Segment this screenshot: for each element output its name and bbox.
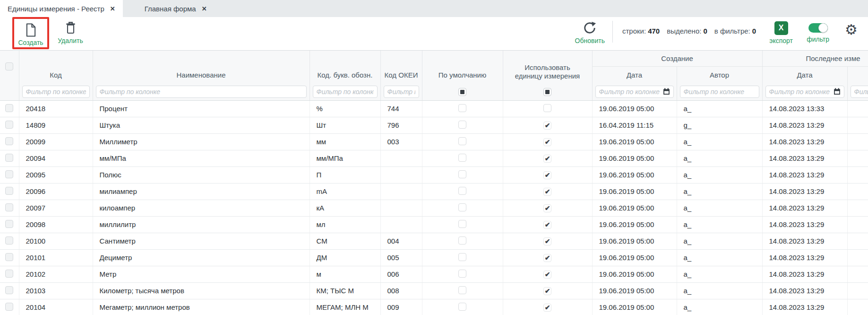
table-row[interactable]: 20098миллилитрмл✔19.06.2019 05:00a_14.08…: [0, 216, 868, 233]
table-row[interactable]: 20094мм/МПамм/МПа✔19.06.2019 05:00a_14.0…: [0, 150, 868, 166]
table-row[interactable]: 20101ДециметрДМ005✔19.06.2019 05:00a_14.…: [0, 249, 868, 266]
use-unit-checkbox-checked[interactable]: ✔: [543, 254, 551, 262]
row-checkbox[interactable]: [5, 121, 13, 129]
use-unit-checkbox-checked[interactable]: ✔: [543, 287, 551, 295]
use-unit-checkbox-checked[interactable]: ✔: [543, 237, 551, 245]
filter-input-name[interactable]: [100, 88, 303, 96]
cell-letter-code: mA: [309, 183, 380, 200]
row-checkbox[interactable]: [5, 203, 13, 211]
row-select-cell: [0, 183, 19, 200]
default-checkbox-unchecked[interactable]: [458, 154, 466, 162]
table-row[interactable]: 20104Мегаметр; миллион метровМЕГАМ; МЛН …: [0, 299, 868, 315]
default-checkbox-unchecked[interactable]: [458, 253, 466, 261]
column-header-code[interactable]: Код: [19, 51, 93, 83]
use-unit-checkbox-checked[interactable]: ✔: [543, 204, 551, 212]
table-row[interactable]: 20103Километр; тысяча метровКМ; ТЫС М008…: [0, 282, 868, 299]
column-header-changed-date[interactable]: Дата: [762, 66, 847, 83]
row-checkbox[interactable]: [5, 303, 13, 311]
filter-cell-changed-author: [847, 83, 868, 100]
table-row[interactable]: 20100СантиметрСМ004✔19.06.2019 05:00a_14…: [0, 233, 868, 249]
filter-input-created-date[interactable]: [599, 88, 661, 96]
row-checkbox[interactable]: [5, 270, 13, 278]
row-checkbox[interactable]: [5, 104, 13, 112]
filter-toggle[interactable]: фильтр: [803, 17, 833, 43]
column-header-use-unit[interactable]: Использовать единицу измерения: [503, 51, 592, 83]
filter-input-okei[interactable]: [387, 88, 415, 96]
column-header-changed-author[interactable]: [847, 66, 868, 83]
column-header-created-date[interactable]: Дата: [592, 66, 677, 83]
tab-main-form[interactable]: Главная форма ✕: [137, 0, 215, 17]
cell-changed-date: 14.08.2023 13:29: [762, 117, 847, 133]
default-checkbox-unchecked[interactable]: [458, 170, 466, 178]
toggle-on-icon[interactable]: [808, 23, 828, 33]
row-checkbox[interactable]: [5, 137, 13, 145]
cell-created-date: 19.06.2019 05:00: [592, 282, 677, 299]
default-checkbox-unchecked[interactable]: [458, 203, 466, 211]
column-header-created-author[interactable]: Автор: [677, 66, 762, 83]
cell-changed-author: [847, 133, 868, 150]
row-checkbox[interactable]: [5, 253, 13, 261]
use-unit-checkbox-unchecked[interactable]: [543, 104, 551, 112]
use-unit-checkbox-checked[interactable]: ✔: [543, 122, 551, 130]
filter-input-letter-code[interactable]: [317, 88, 374, 96]
cell-default: [422, 166, 503, 183]
column-header-letter-code[interactable]: Код. букв. обозн.: [309, 51, 380, 83]
filter-input-changed-date[interactable]: [769, 88, 831, 96]
column-header-okei[interactable]: Код ОКЕИ: [380, 51, 422, 83]
close-tab-icon[interactable]: ✕: [110, 5, 115, 12]
cell-changed-date: 14.08.2023 13:29: [762, 150, 847, 166]
table-row[interactable]: 20102Метрм006✔19.06.2019 05:00a_14.08.20…: [0, 266, 868, 282]
column-header-name[interactable]: Наименование: [93, 51, 309, 83]
cell-changed-author: [847, 266, 868, 282]
row-checkbox[interactable]: [5, 286, 13, 294]
filter-input-code[interactable]: [26, 88, 86, 96]
table-row[interactable]: 14809ШтукаШт796✔16.04.2019 11:15g_14.08.…: [0, 117, 868, 133]
cell-default: [422, 216, 503, 233]
default-checkbox-unchecked[interactable]: [458, 220, 466, 228]
filter-cell-okei: [380, 83, 422, 100]
table-row[interactable]: 20099Миллиметрмм003✔19.06.2019 05:00a_14…: [0, 133, 868, 150]
default-checkbox-unchecked[interactable]: [458, 137, 466, 145]
table-row[interactable]: 20418Процент%74419.06.2019 05:00a_14.08.…: [0, 100, 868, 117]
table-row[interactable]: 20097килоамперкА✔19.06.2019 05:00a_14.08…: [0, 200, 868, 216]
column-header-default[interactable]: По умолчанию: [422, 51, 503, 83]
cell-use-unit: ✔: [503, 233, 592, 249]
filter-checkbox-default-indeterminate[interactable]: [458, 88, 466, 96]
select-all-checkbox[interactable]: [5, 62, 13, 70]
default-checkbox-unchecked[interactable]: [458, 236, 466, 245]
table-row[interactable]: 20096милиамперmA✔19.06.2019 05:00a_14.08…: [0, 183, 868, 200]
cell-name: Километр; тысяча метров: [93, 282, 309, 299]
gear-icon[interactable]: ⚙: [845, 23, 858, 37]
export-excel-button[interactable]: X экспорт: [766, 17, 796, 44]
filter-input-changed-author[interactable]: [854, 88, 868, 96]
select-all-cell[interactable]: [0, 51, 19, 83]
row-checkbox[interactable]: [5, 236, 13, 245]
row-checkbox[interactable]: [5, 170, 13, 178]
row-select-cell: [0, 100, 19, 117]
use-unit-checkbox-checked[interactable]: ✔: [543, 188, 551, 196]
filter-input-created-author[interactable]: [684, 88, 756, 96]
use-unit-checkbox-checked[interactable]: ✔: [543, 304, 551, 312]
tab-units-registry[interactable]: Единицы измерения - Реестр ✕: [0, 0, 123, 17]
table-row[interactable]: 20095ПолюсП✔19.06.2019 05:00a_14.08.2023…: [0, 166, 868, 183]
create-button[interactable]: Создать: [16, 19, 45, 46]
default-checkbox-unchecked[interactable]: [458, 270, 466, 278]
filter-checkbox-use-indeterminate[interactable]: [543, 88, 551, 96]
default-checkbox-unchecked[interactable]: [458, 121, 466, 129]
use-unit-checkbox-checked[interactable]: ✔: [543, 271, 551, 279]
use-unit-checkbox-checked[interactable]: ✔: [543, 221, 551, 229]
delete-button[interactable]: Удалить: [56, 17, 85, 44]
default-checkbox-unchecked[interactable]: [458, 286, 466, 294]
row-checkbox[interactable]: [5, 220, 13, 228]
row-checkbox[interactable]: [5, 154, 13, 162]
cell-name: Миллиметр: [93, 133, 309, 150]
use-unit-checkbox-checked[interactable]: ✔: [543, 155, 551, 163]
default-checkbox-unchecked[interactable]: [458, 187, 466, 195]
row-checkbox[interactable]: [5, 187, 13, 195]
default-checkbox-unchecked[interactable]: [458, 104, 466, 112]
refresh-button[interactable]: Обновить: [575, 17, 605, 44]
use-unit-checkbox-checked[interactable]: ✔: [543, 138, 551, 146]
close-tab-icon[interactable]: ✕: [202, 5, 207, 12]
default-checkbox-unchecked[interactable]: [458, 303, 466, 311]
use-unit-checkbox-checked[interactable]: ✔: [543, 171, 551, 179]
